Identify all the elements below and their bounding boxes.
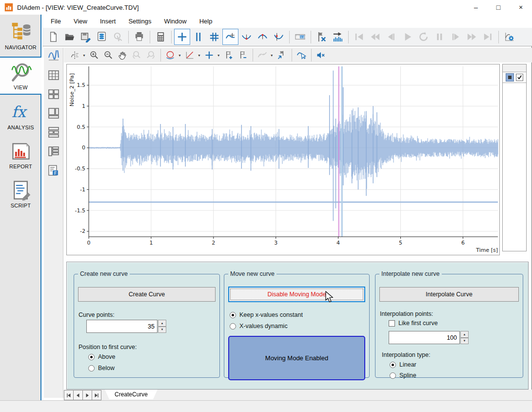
menu-help[interactable]: Help — [193, 16, 219, 27]
rewind-icon[interactable] — [367, 29, 383, 45]
zoom-undo-icon[interactable] — [130, 48, 144, 62]
create-curve-button[interactable]: Create Curve — [78, 287, 216, 302]
channel-table-icon[interactable] — [45, 68, 62, 82]
mute-audio-icon[interactable] — [314, 48, 328, 62]
spin-up-icon[interactable]: ▲ — [460, 331, 469, 338]
sheet-tab-createcurve[interactable]: CreateCurve — [105, 390, 158, 399]
flags-to-channels-icon[interactable] — [330, 29, 346, 45]
legend-row[interactable] — [503, 72, 526, 83]
nav-first-button[interactable] — [64, 390, 74, 400]
interpolation-points-input[interactable] — [389, 331, 460, 344]
data-portal-icon[interactable] — [94, 29, 110, 45]
print-icon[interactable] — [131, 29, 147, 45]
menu-view[interactable]: View — [67, 16, 94, 27]
radio-x-dynamic[interactable]: X-values dynamic — [230, 323, 288, 330]
jump-first-icon[interactable] — [351, 29, 367, 45]
nav-next-button[interactable] — [82, 390, 92, 400]
sidebar-item-analysis[interactable]: fx ANALYSIS — [0, 98, 41, 134]
slope-mode-icon[interactable] — [183, 48, 197, 62]
remove-flag-icon[interactable] — [236, 48, 250, 62]
curve-points-spinner[interactable]: ▲▼ — [158, 320, 166, 333]
ellipse-mode-dropdown-icon[interactable]: ▼ — [178, 54, 181, 57]
disable-moving-mode-button[interactable]: Disable Moving Mode — [228, 287, 365, 302]
axis-cursor-icon[interactable] — [68, 48, 82, 62]
formula-text-icon[interactable]: F — [45, 163, 62, 178]
nav-prev-button[interactable] — [73, 390, 83, 400]
zoom-redo-icon[interactable] — [144, 48, 158, 62]
step-back-icon[interactable] — [383, 29, 399, 45]
numeric-display-icon[interactable]: 1.23 — [292, 29, 308, 45]
like-first-curve-checkbox[interactable] — [389, 320, 395, 327]
sidebar-item-script[interactable]: SCRIPT — [0, 176, 41, 212]
layout-main-side-icon[interactable] — [45, 106, 62, 121]
play-icon[interactable] — [399, 29, 415, 45]
touch-mode-icon[interactable] — [110, 29, 126, 45]
nav-last-button[interactable] — [92, 390, 101, 400]
curve-cursor-icon[interactable] — [222, 29, 238, 45]
crosshair-mode-icon[interactable] — [202, 48, 217, 62]
fast-forward-icon[interactable] — [464, 29, 480, 45]
close-button[interactable]: × — [510, 0, 532, 15]
spin-down-icon[interactable]: ▼ — [460, 338, 469, 345]
events-settings-icon[interactable] — [501, 29, 517, 45]
pan-icon[interactable] — [116, 48, 130, 62]
layout-list-icon[interactable] — [45, 144, 62, 159]
menu-insert[interactable]: Insert — [94, 16, 122, 27]
channel-visible-checkbox[interactable] — [516, 74, 523, 81]
axis-cursor-dropdown-icon[interactable]: ▼ — [82, 54, 86, 57]
curve-transform-icon[interactable] — [256, 48, 270, 62]
like-first-curve-row[interactable]: Like first curve — [389, 320, 438, 327]
crosshair-cursor-icon[interactable] — [174, 29, 190, 45]
band-cursor-icon[interactable] — [190, 29, 206, 45]
interpolation-points-spinner[interactable]: ▲▼ — [460, 331, 469, 344]
zoom-out-icon[interactable] — [101, 48, 116, 62]
crosshair-mode-dropdown-icon[interactable]: ▼ — [217, 54, 220, 57]
radio-spline[interactable]: Spline — [390, 372, 416, 379]
spin-down-icon[interactable]: ▼ — [158, 327, 166, 333]
slope-mode-dropdown-icon[interactable]: ▼ — [197, 54, 201, 57]
spin-up-icon[interactable]: ▲ — [158, 320, 166, 327]
sidebar-item-report[interactable]: REPORT — [0, 137, 41, 173]
calculator-icon[interactable] — [153, 29, 169, 45]
sidebar-item-navigator[interactable]: NAVIGATOR — [0, 18, 41, 54]
radio-keep-x-constant[interactable]: Keep x-values constant — [230, 311, 303, 318]
maximize-button[interactable]: □ — [487, 0, 510, 15]
add-flag-icon[interactable] — [222, 48, 236, 62]
layout-rows-icon[interactable] — [45, 125, 62, 140]
flag-jump-icon[interactable] — [275, 48, 289, 62]
pause-icon[interactable] — [432, 29, 448, 45]
radio-above-control[interactable] — [88, 354, 95, 360]
new-document-icon[interactable] — [45, 29, 61, 45]
channel-swatch[interactable] — [506, 73, 514, 82]
loop-icon[interactable] — [415, 29, 432, 45]
waveform-chart[interactable]: 1.510.50-0.5-1-1.5-20123456Time [s]Noise… — [66, 64, 500, 255]
save-edit-icon[interactable] — [78, 29, 94, 45]
minimize-button[interactable]: – — [465, 0, 487, 15]
harmonic-cursor-icon[interactable] — [271, 29, 287, 45]
max-cursor-icon[interactable] — [255, 29, 271, 45]
interpolate-curve-button[interactable]: Interpolate Curve — [379, 287, 519, 302]
layout-2x2-icon[interactable] — [45, 87, 62, 102]
sidebar-item-view[interactable]: VIEW — [0, 57, 41, 95]
menu-window[interactable]: Window — [158, 16, 193, 27]
axis-system-icon[interactable] — [45, 49, 62, 63]
delete-flags-icon[interactable] — [314, 29, 330, 45]
zoom-in-icon[interactable] — [87, 48, 101, 62]
curve-transform-dropdown-icon[interactable]: ▼ — [270, 54, 274, 57]
radio-below-control[interactable] — [88, 365, 95, 371]
radio-keep-x-control[interactable] — [230, 312, 236, 318]
radio-below[interactable]: Below — [88, 365, 115, 371]
radio-spline-control[interactable] — [390, 372, 396, 379]
min-cursor-icon[interactable] — [238, 29, 255, 45]
menu-settings[interactable]: Settings — [122, 16, 158, 27]
radio-linear-control[interactable] — [390, 362, 396, 368]
radio-above[interactable]: Above — [88, 353, 115, 360]
select-curve-icon[interactable] — [295, 48, 309, 62]
jump-last-icon[interactable] — [480, 29, 496, 45]
open-icon[interactable] — [61, 29, 78, 45]
ellipse-mode-icon[interactable] — [163, 48, 177, 62]
menu-file[interactable]: File — [44, 16, 67, 27]
radio-x-dynamic-control[interactable] — [230, 323, 236, 330]
frame-cursor-icon[interactable] — [206, 29, 222, 45]
step-forward-icon[interactable] — [448, 29, 464, 45]
